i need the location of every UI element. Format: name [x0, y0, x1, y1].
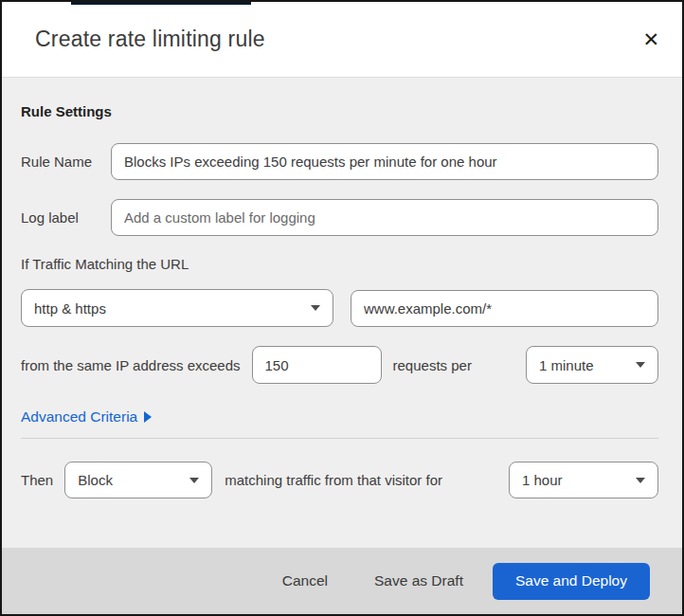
- rule-settings-heading: Rule Settings: [21, 102, 658, 120]
- period-select-value: 1 minute: [539, 357, 594, 373]
- action-select-value: Block: [78, 472, 113, 488]
- url-input-wrap: [351, 290, 658, 327]
- chevron-right-icon: [144, 411, 152, 423]
- log-label-row: Log label: [21, 199, 658, 236]
- action-row: Then Block matching traffic from that vi…: [21, 462, 658, 498]
- scheme-select[interactable]: http & https: [21, 289, 333, 327]
- background-page-strip: [71, 2, 251, 5]
- log-label-input[interactable]: [111, 199, 658, 236]
- action-middle-text: matching traffic from that visitor for: [225, 472, 442, 488]
- action-prefix-text: Then: [21, 472, 53, 488]
- chevron-down-icon: [189, 478, 199, 483]
- close-icon[interactable]: ✕: [639, 27, 663, 51]
- advanced-criteria-link[interactable]: Advanced Criteria: [21, 408, 152, 426]
- chevron-down-icon: [636, 362, 645, 368]
- rule-name-row: Rule Name: [21, 143, 658, 180]
- threshold-prefix-text: from the same IP address exceeds: [21, 357, 241, 373]
- request-count-input[interactable]: [252, 346, 382, 384]
- url-pattern-input[interactable]: [351, 290, 658, 327]
- save-as-draft-button[interactable]: Save as Draft: [372, 569, 465, 593]
- dialog-header: Create rate limiting rule ✕: [2, 2, 682, 78]
- action-select[interactable]: Block: [64, 462, 212, 498]
- dialog-title: Create rate limiting rule: [35, 27, 265, 52]
- threshold-suffix-text: requests per: [393, 357, 472, 373]
- traffic-match-intro: If Traffic Matching the URL: [21, 255, 658, 273]
- dialog-body: Rule Settings Rule Name Log label If Tra…: [2, 78, 682, 498]
- duration-select[interactable]: 1 hour: [509, 462, 658, 498]
- duration-select-value: 1 hour: [522, 472, 563, 488]
- save-and-deploy-button[interactable]: Save and Deploy: [493, 563, 650, 600]
- rule-name-input[interactable]: [111, 143, 658, 180]
- log-label-label: Log label: [21, 209, 111, 226]
- rule-name-label: Rule Name: [21, 154, 111, 170]
- traffic-match-row: http & https: [21, 289, 658, 327]
- cancel-button[interactable]: Cancel: [280, 569, 330, 593]
- threshold-row: from the same IP address exceeds request…: [21, 346, 658, 384]
- section-divider: [21, 438, 658, 439]
- scheme-select-value: http & https: [34, 300, 106, 317]
- dialog-footer: Cancel Save as Draft Save and Deploy: [2, 548, 682, 614]
- advanced-criteria-label: Advanced Criteria: [21, 408, 137, 426]
- chevron-down-icon: [636, 478, 645, 483]
- chevron-down-icon: [311, 305, 320, 311]
- period-select[interactable]: 1 minute: [526, 346, 658, 384]
